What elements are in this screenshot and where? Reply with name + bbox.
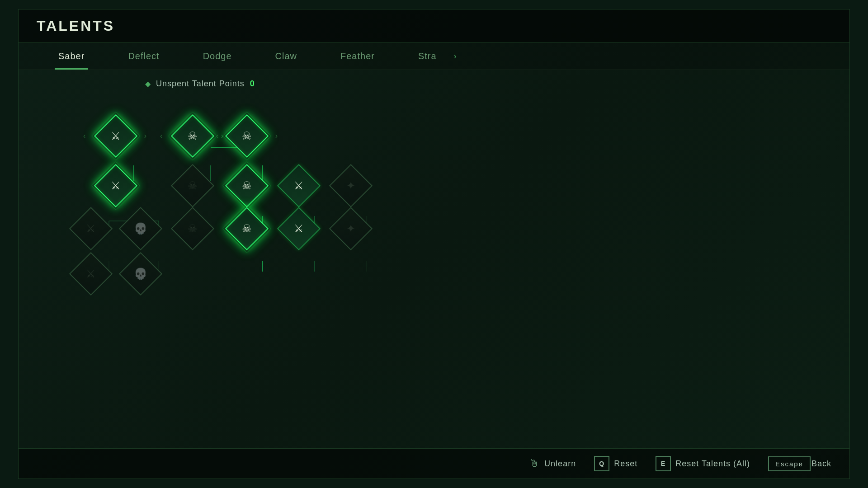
mouse-icon: 🖱 [529, 458, 540, 469]
node-1-inner: ⚔ [94, 114, 137, 158]
node-13[interactable]: ⚔ [281, 211, 317, 247]
node-12[interactable]: ☠ [229, 211, 265, 247]
node-1[interactable]: ‹ ⚔ › [98, 118, 134, 154]
node-10-inner: 💀 [119, 207, 162, 250]
tab-next-arrow[interactable]: › [454, 52, 457, 61]
node-4[interactable]: ⚔ [98, 168, 134, 204]
reset-all-label: Reset Talents (All) [675, 459, 750, 469]
node-16[interactable]: 💀 [123, 256, 159, 292]
node-2-left-arrow[interactable]: ‹ [160, 132, 162, 140]
node-5-inner: ☠ [171, 164, 214, 207]
tab-stra[interactable]: Stra [415, 43, 440, 70]
tab-claw[interactable]: Claw [272, 43, 301, 70]
node-7-icon: ⚔ [294, 179, 304, 192]
tab-dodge[interactable]: Dodge [199, 43, 236, 70]
node-15[interactable]: ⚔ [73, 256, 109, 292]
node-16-icon: 💀 [134, 267, 147, 280]
talent-points-label: Unspent Talent Points [156, 79, 245, 89]
node-5[interactable]: ☠ [175, 168, 211, 204]
node-3-inner: ☠ [225, 114, 269, 158]
node-10[interactable]: 💀 [123, 211, 159, 247]
talent-points-count: 0 [250, 79, 255, 89]
connector-lines [55, 102, 813, 426]
node-3-icon: ☠ [242, 130, 252, 142]
q-key-icon: Q [594, 456, 609, 471]
node-14[interactable]: ✦ [333, 211, 369, 247]
bottom-bar: 🖱 Unlearn Q Reset E Reset Talents (All) … [19, 448, 849, 479]
unlearn-button[interactable]: 🖱 Unlearn [529, 458, 576, 469]
node-4-inner: ⚔ [94, 164, 137, 207]
main-window: TALENTS Saber Deflect Dodge Claw Feather… [18, 9, 850, 479]
escape-label: Escape [768, 456, 811, 471]
reset-button[interactable]: Q Reset [594, 456, 637, 471]
node-15-inner: ⚔ [69, 252, 113, 296]
node-1-icon: ⚔ [111, 130, 121, 142]
node-2[interactable]: ‹ ☠ › [175, 118, 211, 154]
node-7[interactable]: ⚔ [281, 168, 317, 204]
header: TALENTS [19, 9, 849, 43]
tab-feather[interactable]: Feather [337, 43, 378, 70]
skill-tree: ‹ ⚔ › ‹ ☠ › ‹ ☠ › [55, 102, 813, 426]
reset-all-button[interactable]: E Reset Talents (All) [656, 456, 750, 471]
node-11[interactable]: ☠ [175, 211, 211, 247]
node-13-icon: ⚔ [294, 222, 304, 235]
node-4-icon: ⚔ [111, 179, 121, 192]
node-14-icon: ✦ [346, 222, 355, 235]
node-13-inner: ⚔ [277, 207, 321, 250]
node-14-inner: ✦ [329, 207, 373, 250]
node-9[interactable]: ⚔ [73, 211, 109, 247]
node-6-inner: ☠ [225, 164, 269, 207]
node-3-left-arrow[interactable]: ‹ [216, 132, 218, 140]
e-key-icon: E [656, 456, 671, 471]
tab-saber[interactable]: Saber [55, 43, 88, 70]
diamond-icon: ◆ [145, 80, 151, 88]
node-5-icon: ☠ [188, 179, 198, 192]
node-6-icon: ☠ [242, 179, 252, 192]
node-8-icon: ✦ [346, 179, 355, 192]
node-6[interactable]: ☠ [229, 168, 265, 204]
node-16-inner: 💀 [119, 252, 162, 296]
unlearn-label: Unlearn [544, 459, 576, 469]
node-8[interactable]: ✦ [333, 168, 369, 204]
back-label: Back [811, 459, 831, 469]
node-7-inner: ⚔ [277, 164, 321, 207]
node-9-inner: ⚔ [69, 207, 113, 250]
tab-deflect[interactable]: Deflect [124, 43, 163, 70]
back-button[interactable]: Escape Back [768, 456, 831, 471]
node-15-icon: ⚔ [86, 267, 96, 280]
node-12-inner: ☠ [225, 207, 269, 250]
node-8-inner: ✦ [329, 164, 373, 207]
node-2-icon: ☠ [188, 130, 198, 142]
content-area: ◆ Unspent Talent Points 0 [19, 70, 849, 448]
node-1-left-arrow[interactable]: ‹ [83, 132, 85, 140]
node-12-icon: ☠ [242, 222, 252, 235]
reset-label: Reset [614, 459, 637, 469]
node-3-right-arrow[interactable]: › [275, 132, 278, 140]
node-2-inner: ☠ [171, 114, 214, 158]
node-10-icon: 💀 [134, 222, 147, 235]
node-11-inner: ☠ [171, 207, 214, 250]
node-3[interactable]: ‹ ☠ › [229, 118, 265, 154]
node-1-right-arrow[interactable]: › [144, 132, 146, 140]
node-11-icon: ☠ [188, 222, 198, 235]
page-title: TALENTS [37, 18, 831, 34]
talent-points-row: ◆ Unspent Talent Points 0 [145, 79, 813, 89]
node-9-icon: ⚔ [86, 222, 96, 235]
tabs-row: Saber Deflect Dodge Claw Feather Stra › [19, 43, 849, 70]
